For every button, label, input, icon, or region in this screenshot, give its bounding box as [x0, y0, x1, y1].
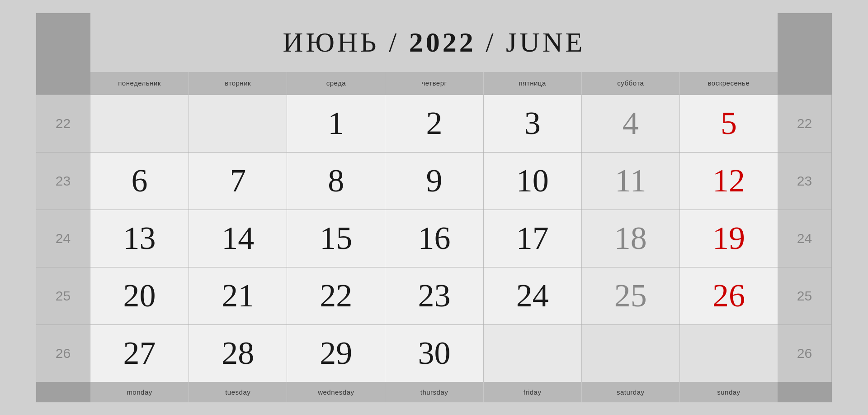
- daynames-grid-en: mondaytuesdaywednesdaythursdayfridaysatu…: [90, 382, 778, 402]
- bottom-daynames-side-left: [36, 382, 90, 402]
- dayname-ru-суббота: суббота: [581, 72, 679, 95]
- daynames-side-right: [778, 72, 832, 95]
- day-cell-w1d6: 12: [679, 153, 778, 210]
- daynames-side-left: [36, 72, 90, 95]
- day-cell-w4d2: 29: [287, 325, 385, 382]
- day-cell-w4d6: [679, 325, 778, 382]
- calendar-header: ИЮНЬ / 2022 / JUNE: [36, 13, 832, 72]
- calendar: ИЮНЬ / 2022 / JUNE понедельниквторниксре…: [36, 13, 832, 402]
- week-number-right-1: 23: [778, 153, 832, 210]
- day-cell-w0d6: 5: [679, 95, 778, 152]
- dayname-ru-среда: среда: [287, 72, 385, 95]
- day-cell-w2d4: 17: [483, 210, 581, 267]
- header-side-right: [778, 13, 832, 72]
- dayname-en-saturday: saturday: [581, 382, 679, 402]
- day-cell-w0d5: 4: [581, 95, 679, 152]
- week-row-1: 23678910111223: [36, 152, 832, 210]
- week-days-1: 6789101112: [90, 153, 778, 210]
- dayname-en-sunday: sunday: [679, 382, 778, 402]
- week-row-2: 241314151617181924: [36, 210, 832, 267]
- week-number-right-3: 25: [778, 267, 832, 324]
- day-cell-w2d0: 13: [90, 210, 189, 267]
- dayname-ru-пятница: пятница: [483, 72, 581, 95]
- day-cell-w0d1: [189, 95, 287, 152]
- day-cell-w1d3: 9: [385, 153, 483, 210]
- dayname-en-tuesday: tuesday: [189, 382, 287, 402]
- separator2: /: [486, 27, 506, 57]
- dayname-en-monday: monday: [90, 382, 189, 402]
- header-center: ИЮНЬ / 2022 / JUNE: [90, 13, 778, 72]
- header-title: ИЮНЬ / 2022 / JUNE: [283, 26, 585, 58]
- week-number-left-2: 24: [36, 210, 90, 267]
- day-cell-w0d0: [90, 95, 189, 152]
- day-cell-w0d3: 2: [385, 95, 483, 152]
- week-number-left-0: 22: [36, 95, 90, 152]
- dayname-en-friday: friday: [483, 382, 581, 402]
- separator1: /: [389, 27, 409, 57]
- daynames-row-en: mondaytuesdaywednesdaythursdayfridaysatu…: [36, 382, 832, 402]
- day-cell-w0d2: 1: [287, 95, 385, 152]
- bottom-daynames-side-right: [778, 382, 832, 402]
- day-cell-w0d4: 3: [483, 95, 581, 152]
- day-cell-w3d0: 20: [90, 267, 189, 324]
- day-cell-w4d0: 27: [90, 325, 189, 382]
- day-cell-w4d5: [581, 325, 679, 382]
- dayname-en-thursday: thursday: [385, 382, 483, 402]
- daynames-grid-ru: понедельниквторниксредачетвергпятницасуб…: [90, 72, 778, 95]
- week-number-left-4: 26: [36, 325, 90, 382]
- week-number-left-3: 25: [36, 267, 90, 324]
- day-cell-w1d1: 7: [189, 153, 287, 210]
- month-ru: ИЮНЬ: [283, 27, 379, 57]
- week-days-4: 27282930: [90, 325, 778, 382]
- week-number-right-4: 26: [778, 325, 832, 382]
- day-cell-w1d4: 10: [483, 153, 581, 210]
- month-en: JUNE: [506, 27, 585, 57]
- day-cell-w2d1: 14: [189, 210, 287, 267]
- day-cell-w4d3: 30: [385, 325, 483, 382]
- week-row-4: 262728293026: [36, 324, 832, 382]
- week-number-right-0: 22: [778, 95, 832, 152]
- day-cell-w3d2: 22: [287, 267, 385, 324]
- day-cell-w3d3: 23: [385, 267, 483, 324]
- week-row-0: 221234522: [36, 95, 832, 152]
- week-number-right-2: 24: [778, 210, 832, 267]
- day-cell-w3d4: 24: [483, 267, 581, 324]
- header-side-left: [36, 13, 90, 72]
- day-cell-w1d5: 11: [581, 153, 679, 210]
- day-cell-w1d0: 6: [90, 153, 189, 210]
- day-cell-w2d3: 16: [385, 210, 483, 267]
- dayname-en-wednesday: wednesday: [287, 382, 385, 402]
- day-cell-w4d4: [483, 325, 581, 382]
- day-cell-w3d1: 21: [189, 267, 287, 324]
- day-cell-w2d6: 19: [679, 210, 778, 267]
- day-cell-w2d5: 18: [581, 210, 679, 267]
- daynames-row-ru: понедельниквторниксредачетвергпятницасуб…: [36, 72, 832, 95]
- dayname-ru-понедельник: понедельник: [90, 72, 189, 95]
- day-cell-w3d6: 26: [679, 267, 778, 324]
- week-days-0: 12345: [90, 95, 778, 152]
- week-days-2: 13141516171819: [90, 210, 778, 267]
- week-row-3: 252021222324252625: [36, 267, 832, 324]
- day-cell-w3d5: 25: [581, 267, 679, 324]
- day-cell-w2d2: 15: [287, 210, 385, 267]
- day-cell-w4d1: 28: [189, 325, 287, 382]
- dayname-ru-вторник: вторник: [189, 72, 287, 95]
- year: 2022: [409, 27, 476, 57]
- dayname-ru-четверг: четверг: [385, 72, 483, 95]
- day-cell-w1d2: 8: [287, 153, 385, 210]
- calendar-body: 2212345222367891011122324131415161718192…: [36, 95, 832, 382]
- week-days-3: 20212223242526: [90, 267, 778, 324]
- dayname-ru-воскресенье: воскресенье: [679, 72, 778, 95]
- week-number-left-1: 23: [36, 153, 90, 210]
